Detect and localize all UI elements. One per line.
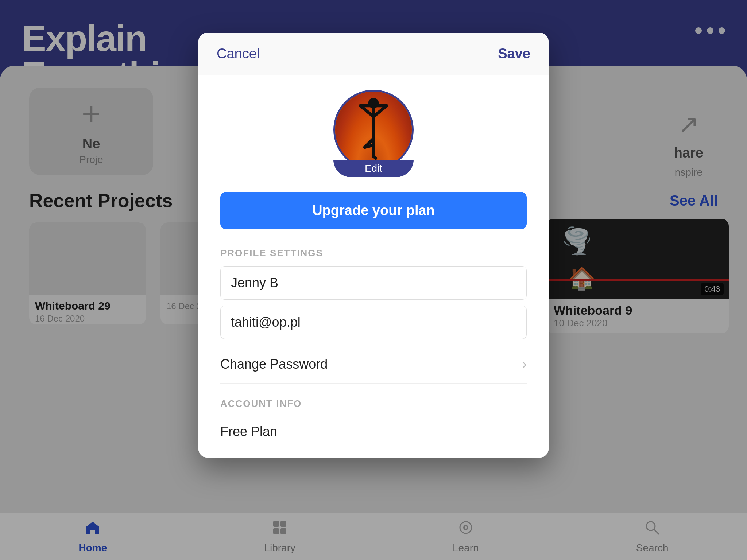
avatar-wrapper[interactable]: Edit — [333, 90, 414, 177]
change-password-row[interactable]: Change Password › — [220, 345, 527, 384]
yoga-silhouette — [344, 97, 403, 163]
cancel-button[interactable]: Cancel — [217, 46, 260, 62]
upgrade-plan-button[interactable]: Upgrade your plan — [220, 192, 527, 229]
profile-modal: Cancel Save — [198, 33, 549, 458]
svg-line-16 — [365, 145, 374, 147]
name-input[interactable] — [220, 266, 527, 300]
modal-header: Cancel Save — [198, 33, 549, 75]
chevron-right-icon: › — [522, 356, 527, 372]
account-info-section-label: ACCOUNT INFO — [220, 398, 527, 409]
avatar-circle — [333, 90, 414, 170]
avatar-section: Edit — [220, 90, 527, 177]
email-input[interactable] — [220, 306, 527, 339]
svg-line-17 — [374, 156, 376, 158]
modal-body: Edit Upgrade your plan PROFILE SETTINGS … — [198, 75, 549, 458]
change-password-label: Change Password — [220, 357, 328, 372]
profile-settings-section-label: PROFILE SETTINGS — [220, 248, 527, 259]
save-button[interactable]: Save — [498, 46, 530, 62]
plan-label: Free Plan — [220, 417, 527, 439]
